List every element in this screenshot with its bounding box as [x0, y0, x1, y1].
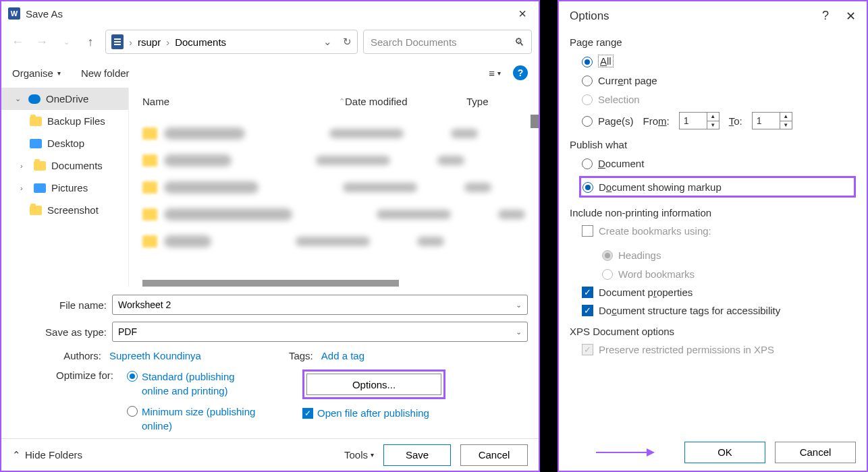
sidebar-item-documents[interactable]: ›Documents	[1, 154, 128, 177]
options-titlebar: Options ? ✕	[559, 1, 867, 31]
file-name-label: File name:	[12, 299, 107, 311]
optimize-minimum-radio[interactable]: Minimum size (publishing online)	[127, 405, 262, 433]
open-after-checkbox[interactable]: ✓Open file after publishing	[302, 407, 429, 419]
sidebar-item-onedrive[interactable]: ⌄OneDrive	[1, 88, 128, 110]
chevron-right-icon: ›	[166, 36, 169, 48]
refresh-icon[interactable]: ↻	[343, 36, 352, 48]
word-icon: W	[8, 7, 20, 20]
publish-markup-radio[interactable]: Document showing markup	[582, 181, 722, 193]
chevron-right-icon: ›	[20, 184, 28, 192]
sidebar-item-screenshot[interactable]: Screenshot	[1, 199, 128, 221]
struct-tags-checkbox[interactable]: ✓Document structure tags for accessibili…	[582, 305, 856, 316]
sidebar-item-pictures[interactable]: ›Pictures	[1, 177, 128, 199]
cancel-button[interactable]: Cancel	[775, 442, 856, 463]
publish-what-title: Publish what	[570, 139, 856, 150]
column-type[interactable]: Type	[466, 96, 507, 107]
checkbox-checked-icon: ✓	[302, 408, 313, 419]
window-title: Save As	[26, 8, 63, 20]
chevron-right-icon: ›	[129, 36, 132, 48]
address-bar[interactable]: › rsupr › Documents ⌄ ↻	[105, 30, 358, 54]
page-range-pages-radio[interactable]: Page(s)	[582, 115, 634, 127]
help-icon[interactable]: ?	[513, 65, 528, 80]
list-item[interactable]	[142, 228, 525, 255]
chevron-right-icon: ›	[20, 162, 28, 170]
list-item[interactable]	[142, 120, 525, 147]
new-folder-button[interactable]: New folder	[81, 67, 130, 79]
from-label: From:	[643, 115, 670, 127]
scrollbar-horizontal[interactable]	[142, 280, 399, 287]
close-icon[interactable]: ✕	[846, 9, 856, 24]
xps-section: XPS Document options ✓Preserve restricte…	[570, 326, 856, 355]
list-item[interactable]	[142, 174, 525, 201]
chevron-down-icon[interactable]: ⌄	[323, 36, 332, 48]
spinner-arrows[interactable]: ▲▼	[707, 113, 719, 129]
search-icon: 🔍︎	[514, 36, 524, 48]
to-input[interactable]: 1▲▼	[752, 112, 792, 129]
ok-button[interactable]: OK	[684, 442, 765, 463]
options-body: Page range All Current page Selection Pa…	[559, 31, 867, 434]
document-icon	[111, 34, 124, 49]
to-label: To:	[729, 115, 742, 127]
page-range-current-radio[interactable]: Current page	[582, 74, 856, 86]
column-name[interactable]: Name⌃	[142, 96, 345, 107]
form-area: File name: Worksheet 2⌄ Save as type: PD…	[1, 287, 539, 347]
column-date[interactable]: Date modified	[345, 96, 466, 107]
options-footer: OK Cancel	[559, 434, 867, 471]
address-root[interactable]: rsupr	[138, 36, 161, 48]
scrollbar-vertical[interactable]	[531, 115, 539, 128]
help-icon[interactable]: ?	[822, 9, 829, 24]
page-range-all-radio[interactable]: All	[582, 55, 856, 67]
tags-value[interactable]: Add a tag	[321, 350, 364, 361]
tags-label: Tags:	[289, 350, 313, 361]
list-item[interactable]	[142, 201, 525, 228]
cloud-icon	[28, 94, 40, 104]
from-input[interactable]: 1▲▼	[679, 112, 720, 129]
include-section: Include non-printing information Create …	[570, 207, 856, 316]
save-type-select[interactable]: PDF⌄	[112, 322, 528, 342]
save-button[interactable]: Save	[383, 444, 451, 466]
chevron-down-icon[interactable]: ⌄	[516, 328, 522, 336]
spinner-arrows[interactable]: ▲▼	[780, 113, 792, 129]
xps-title: XPS Document options	[570, 326, 856, 337]
pictures-icon	[34, 183, 46, 193]
hide-folders-button[interactable]: ⌃Hide Folders	[12, 449, 82, 461]
doc-props-checkbox[interactable]: ✓Document properties	[582, 287, 856, 298]
preserve-xps-checkbox: ✓Preserve restricted permissions in XPS	[582, 344, 856, 355]
forward-button[interactable]: →	[32, 32, 51, 51]
bookmarks-checkbox: Create bookmarks using:	[582, 225, 856, 237]
sidebar-item-desktop[interactable]: Desktop	[1, 132, 128, 154]
page-range-section: Page range All Current page Selection Pa…	[570, 36, 856, 129]
sidebar: ⌄OneDrive Backup Files Desktop ›Document…	[1, 88, 129, 287]
sidebar-item-backup[interactable]: Backup Files	[1, 110, 128, 132]
browser-area: ⌄OneDrive Backup Files Desktop ›Document…	[1, 88, 539, 287]
cancel-button[interactable]: Cancel	[460, 444, 528, 466]
sort-up-icon: ⌃	[339, 97, 345, 106]
close-icon[interactable]: ×	[513, 6, 532, 22]
options-button[interactable]: Options...	[306, 374, 441, 395]
file-name-input[interactable]: Worksheet 2⌄	[112, 295, 528, 315]
chevron-up-icon: ⌃	[12, 449, 21, 461]
address-folder[interactable]: Documents	[175, 36, 226, 48]
search-input[interactable]: Search Documents 🔍︎	[363, 30, 532, 54]
publish-document-radio[interactable]: Document	[582, 157, 856, 169]
options-dialog: Options ? ✕ Page range All Current page …	[558, 0, 868, 472]
headings-radio: Headings	[602, 249, 856, 261]
list-item[interactable]	[142, 147, 525, 174]
folder-icon	[34, 161, 46, 171]
back-button[interactable]: ←	[8, 32, 27, 51]
optimize-standard-radio[interactable]: Standard (publishing online and printing…	[127, 370, 262, 398]
nav-row: ← → ⌄ ↑ › rsupr › Documents ⌄ ↻ Search D…	[1, 26, 539, 58]
folder-icon	[30, 117, 42, 126]
chevron-down-icon: ⌄	[15, 94, 23, 103]
view-menu[interactable]: ≡ ▾	[489, 67, 501, 79]
authors-value[interactable]: Supreeth Koundinya	[109, 350, 201, 361]
chevron-down-icon[interactable]: ⌄	[516, 301, 522, 309]
up-button[interactable]: ↑	[81, 32, 100, 51]
toolbar: Organise▾ New folder ≡ ▾ ?	[1, 58, 539, 88]
word-bookmarks-radio: Word bookmarks	[602, 268, 856, 280]
recent-chevron-icon[interactable]: ⌄	[57, 32, 76, 51]
organise-menu[interactable]: Organise▾	[12, 67, 61, 79]
tools-menu[interactable]: Tools▾	[344, 449, 374, 461]
page-range-selection-radio: Selection	[582, 93, 856, 105]
save-as-dialog: W Save As × ← → ⌄ ↑ › rsupr › Documents …	[0, 0, 540, 472]
